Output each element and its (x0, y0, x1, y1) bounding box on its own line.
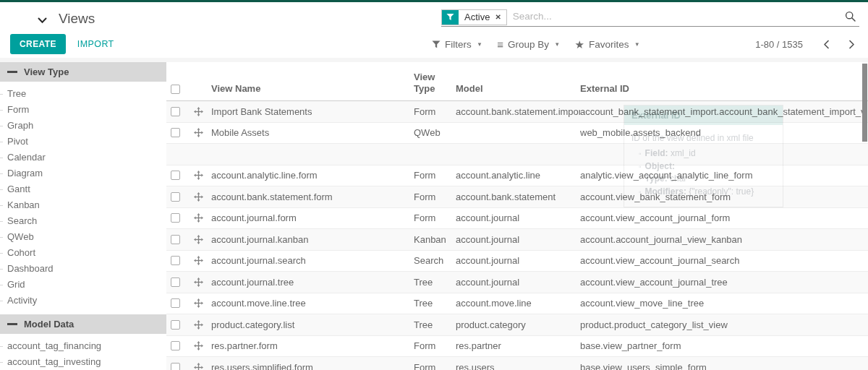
table-row[interactable]: account.move.line.treeTreeaccount.move.l… (166, 293, 868, 315)
view-name-cell: Mobile Assets (211, 127, 414, 138)
drag-handle-icon[interactable] (194, 213, 211, 223)
pager-next-button[interactable] (846, 37, 858, 52)
sidebar-item[interactable]: Cohort (0, 245, 166, 261)
model-data-items: account_tag_financingaccount_tag_investi… (0, 338, 166, 370)
drag-handle-icon[interactable] (194, 235, 211, 244)
table-row[interactable]: account.journal.formFormaccount.journala… (166, 208, 868, 230)
view-name-cell: account.journal.search (211, 255, 414, 266)
sidebar-item[interactable]: Activity (0, 293, 166, 309)
table-row[interactable]: account.journal.treeTreeaccount.journala… (166, 272, 868, 293)
pager-previous-button[interactable] (820, 37, 833, 52)
sidebar-item[interactable]: Graph (0, 118, 166, 134)
table-row[interactable]: account.analytic.line.formFormaccount.an… (166, 165, 868, 187)
sidebar-item[interactable]: Dashboard (0, 261, 166, 277)
model-cell: account.journal (456, 277, 580, 288)
drag-handle-icon[interactable] (194, 107, 211, 116)
sidebar-section-model-data[interactable]: Model Data (0, 314, 166, 334)
external-id-cell: account.view_account_journal_search (580, 255, 868, 266)
row-checkbox[interactable] (171, 171, 180, 180)
row-checkbox[interactable] (171, 278, 180, 287)
column-header-view-type[interactable]: View Type (414, 72, 456, 95)
drag-handle-icon[interactable] (194, 171, 211, 180)
chevron-down-icon[interactable] (38, 14, 47, 24)
sidebar-item[interactable]: QWeb (0, 229, 166, 245)
row-checkbox[interactable] (171, 298, 180, 308)
sidebar-item[interactable]: Kanban (0, 197, 166, 213)
column-header-model[interactable]: Model (456, 83, 580, 95)
filters-dropdown[interactable]: Filters ▾ (432, 39, 481, 50)
table-row[interactable]: res.users.simplified.formFormres.usersba… (166, 357, 868, 370)
row-checkbox-cell (171, 128, 194, 137)
sidebar-item[interactable]: Gantt (0, 181, 166, 197)
view-type-cell: Form (414, 170, 456, 181)
sidebar-item[interactable]: account_tag_investing (0, 354, 166, 370)
sidebar-item[interactable]: Calendar (0, 150, 166, 165)
filters-label: Filters (445, 39, 472, 50)
view-type-cell: Form (414, 106, 456, 117)
column-header-external-id[interactable]: External ID (580, 83, 868, 95)
column-header-view-name[interactable]: View Name (211, 83, 414, 95)
row-checkbox-cell (171, 213, 194, 223)
model-cell: account.bank.statement.import (456, 106, 580, 117)
sidebar-item[interactable]: Diagram (0, 165, 166, 181)
search-input[interactable] (507, 11, 845, 23)
table-row[interactable]: account.journal.kanbanKanbanaccount.jour… (166, 229, 868, 251)
sidebar-item[interactable]: Form (0, 102, 166, 118)
drag-handle-icon[interactable] (194, 256, 211, 265)
row-checkbox[interactable] (171, 341, 180, 350)
table-body: Import Bank StatementsFormaccount.bank.s… (166, 101, 868, 370)
select-all-checkbox[interactable] (171, 85, 180, 94)
model-cell: account.journal (456, 255, 580, 266)
external-id-cell: account.view_account_journal_tree (580, 277, 868, 288)
table-row[interactable]: account.bank.statement.formFormaccount.b… (166, 186, 868, 208)
row-checkbox[interactable] (171, 363, 180, 370)
section-title: View Type (24, 66, 69, 77)
table-row[interactable]: Import Bank StatementsFormaccount.bank.s… (166, 101, 868, 123)
drag-handle-icon[interactable] (194, 298, 211, 308)
external-id-cell: account.view_move_line_tree (580, 298, 868, 309)
row-checkbox[interactable] (171, 256, 180, 265)
drag-handle-icon[interactable] (194, 320, 211, 330)
import-button[interactable]: IMPORT (77, 39, 114, 49)
table-row-empty[interactable] (166, 144, 868, 165)
favorites-dropdown[interactable]: ★ Favorites ▾ (575, 39, 639, 50)
row-checkbox[interactable] (171, 128, 180, 137)
collapse-dash-icon (7, 71, 17, 73)
group-by-dropdown[interactable]: ≡ Group By ▾ (497, 39, 558, 50)
table-row[interactable]: Mobile AssetsQWebweb_mobile.assets_backe… (166, 123, 868, 145)
table-row[interactable]: res.partner.formFormres.partnerbase.view… (166, 336, 868, 358)
row-checkbox[interactable] (171, 320, 180, 330)
facet-remove-icon[interactable]: ✕ (493, 10, 506, 25)
drag-handle-icon[interactable] (194, 128, 211, 137)
sidebar-item[interactable]: Grid (0, 277, 166, 293)
row-checkbox[interactable] (171, 192, 180, 202)
external-id-cell: base.view_partner_form (580, 340, 868, 351)
scrollbar[interactable] (862, 64, 867, 142)
drag-handle-icon[interactable] (194, 341, 211, 350)
search-facet-active[interactable]: Active ✕ (441, 9, 507, 25)
search-icon[interactable] (845, 11, 859, 24)
drag-handle-icon[interactable] (194, 278, 211, 287)
sidebar-item[interactable]: account_tag_financing (0, 338, 166, 354)
row-checkbox[interactable] (171, 235, 180, 244)
create-button[interactable]: CREATE (10, 34, 66, 54)
row-checkbox[interactable] (171, 213, 180, 223)
sidebar-item[interactable]: Pivot (0, 134, 166, 150)
sidebar-item[interactable]: Tree (0, 86, 166, 102)
app-window: Views Active ✕ CREATE IMPORT Filters (0, 0, 868, 370)
sidebar-item[interactable]: Search (0, 213, 166, 229)
sidebar-section-view-type[interactable]: View Type (0, 62, 166, 82)
favorites-label: Favorites (589, 39, 629, 50)
row-checkbox[interactable] (171, 107, 180, 116)
view-name-cell: account.journal.tree (211, 277, 414, 288)
chevron-down-icon: ▾ (636, 40, 639, 48)
pager-range: 1-80 / 1535 (755, 39, 803, 50)
table-row[interactable]: account.journal.searchSearchaccount.jour… (166, 251, 868, 272)
search-bar: Active ✕ (441, 8, 859, 27)
table-row[interactable]: product.category.listTreeproduct.categor… (166, 314, 868, 336)
control-panel: Views Active ✕ CREATE IMPORT Filters (0, 2, 868, 58)
view-type-cell: Form (414, 362, 456, 370)
drag-handle-icon[interactable] (194, 363, 211, 370)
drag-handle-icon[interactable] (194, 192, 211, 202)
external-id-cell: base.view_users_simple_form (580, 362, 868, 370)
